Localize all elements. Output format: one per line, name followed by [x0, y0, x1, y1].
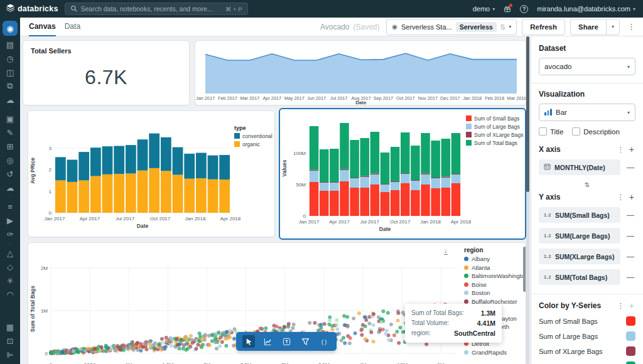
text-box-tool-icon[interactable]: T	[280, 335, 293, 348]
filter-tool-icon[interactable]	[299, 335, 311, 348]
legend-item-atlanta[interactable]: Atlanta	[464, 264, 526, 272]
x-axis-add-button[interactable]: +	[628, 144, 635, 154]
checkbox-icon	[572, 127, 580, 136]
x-axis-options-button[interactable]: ⋮	[613, 146, 628, 154]
databricks-logo[interactable]: databricks	[0, 4, 65, 14]
share-dropdown-button[interactable]: ▾	[606, 19, 619, 35]
area-chart-card[interactable]: Jan 2017Feb 2017Mar 2017Apr 2017May 2017…	[195, 40, 526, 105]
title-checkbox[interactable]: Title	[539, 127, 563, 136]
tab-data[interactable]: Data	[65, 18, 80, 36]
cursor-tool-icon[interactable]	[242, 335, 255, 348]
svg-text:100M: 100M	[293, 151, 306, 156]
x-axis-field-chip[interactable]: MONTHLY(Date)	[539, 159, 620, 175]
legend-item-boston[interactable]: Boston	[464, 289, 526, 297]
color-swatch[interactable]	[626, 346, 635, 356]
bags-bar-chart-card-selected[interactable]: 050M100MJan 2017Apr 2017Jul 2017Oct 2017…	[279, 108, 526, 240]
databricks-logo-icon	[6, 4, 14, 14]
tooltip-row: Sum of Total Bags:1.3M	[411, 308, 495, 318]
more-options-button[interactable]: ⋮	[625, 22, 638, 31]
refresh-button[interactable]: Refresh	[522, 19, 565, 35]
sidebar-divider: ·	[9, 107, 11, 112]
svg-text:Apr 2018: Apr 2018	[220, 216, 241, 222]
legend-item-boise[interactable]: Boise	[464, 281, 526, 289]
sidebar-dev-tools-icon[interactable]: ✑	[3, 227, 18, 241]
sidebar-recents-icon[interactable]: ◷	[3, 51, 18, 65]
whats-new-icon[interactable]	[504, 5, 511, 13]
code-tool-icon[interactable]: ( )	[318, 335, 330, 348]
legend-item-baltimorewashington[interactable]: BaltimoreWashington	[464, 272, 526, 281]
scatter-chart-card[interactable]: 0500K1M1.5M2M2.5M3M3.5M4M4.5M5M01M2MSum …	[28, 242, 526, 364]
sidebar-serving-icon[interactable]: ✳	[3, 274, 18, 287]
sidebar-compute-icon[interactable]: ☁	[3, 93, 18, 107]
line-chart-tool-icon[interactable]	[261, 335, 274, 348]
remove-field-button[interactable]: —	[625, 252, 635, 261]
brand-wordmark: databricks	[18, 4, 58, 13]
sidebar-query-history-icon[interactable]: ↺	[3, 167, 18, 181]
serverless-status-selector[interactable]: ◉ Serverless Sta... Serverless S ▾	[386, 19, 517, 35]
sidebar-notebooks-icon[interactable]: ✎	[3, 126, 18, 139]
sidebar-collapse-sidebar-icon[interactable]: ⊫	[3, 348, 18, 361]
y-axis-field-chip[interactable]: 1.2SUM(Large Bags)	[539, 228, 620, 244]
y-axis-field-chip[interactable]: 1.2SUM(Total Bags)	[539, 269, 620, 285]
sidebar-alerts-icon[interactable]: ◎	[3, 153, 18, 167]
numeric-type-icon: 1.2	[544, 233, 551, 238]
y-axis-field-chip[interactable]: 1.2SUM(Small Bags)	[539, 207, 620, 223]
share-button-group[interactable]: Share ▾	[570, 19, 620, 35]
area-chart: Jan 2017Feb 2017Mar 2017Apr 2017May 2017…	[195, 41, 526, 105]
color-options-button[interactable]: ⋮	[613, 302, 628, 310]
y-axis-field-chip[interactable]: 1.2SUM(XLarge Bags)	[539, 249, 620, 264]
sidebar-workflows-icon[interactable]: ⧉	[3, 79, 18, 93]
svg-text:Jul 2017: Jul 2017	[116, 216, 135, 222]
sidebar-storage-icon[interactable]: ▦	[3, 320, 18, 334]
sidebar-feature-store-icon[interactable]: ◠	[3, 287, 18, 301]
counter-card[interactable]: Total Sellers 6.7K	[23, 40, 190, 105]
y-axis-options-button[interactable]: ⋮	[613, 193, 628, 201]
svg-text:1: 1	[49, 189, 52, 195]
svg-text:Jan 2018: Jan 2018	[185, 216, 206, 222]
svg-text:type: type	[234, 125, 246, 131]
color-series-row: Sum of Large Bags	[539, 331, 635, 341]
swap-axes-icon[interactable]: ⇅	[539, 181, 635, 188]
dataset-select[interactable]: avocado▾	[539, 58, 635, 75]
sidebar-dashboards-icon[interactable]: ▣	[3, 112, 18, 126]
y-axis-add-button[interactable]: +	[628, 192, 635, 202]
workspace-switcher[interactable]: demo▾	[473, 5, 495, 13]
sidebar-marketplace-icon[interactable]: ⊞	[3, 139, 18, 153]
svg-text:T: T	[285, 339, 288, 345]
share-button[interactable]: Share	[571, 19, 606, 35]
color-swatch[interactable]	[626, 361, 635, 364]
download-icon[interactable]: ↓	[444, 247, 448, 255]
legend-dot	[464, 299, 468, 304]
remove-field-button[interactable]: —	[625, 163, 635, 172]
sidebar-models-icon[interactable]: ◇	[3, 260, 18, 274]
color-series-row: Sum of Small Bags	[539, 316, 635, 326]
svg-text:Sum of Total Bags: Sum of Total Bags	[30, 286, 36, 332]
sidebar-queries-icon[interactable]: ≡	[3, 200, 18, 213]
legend-item-albany[interactable]: Albany	[464, 255, 526, 264]
top-navigation-bar: databricks Search data, notebooks, recen…	[0, 0, 643, 18]
avg-price-bar-chart-card[interactable]: 0123Jan 2017Apr 2017Jul 2017Oct 2017Jan …	[28, 110, 275, 237]
sidebar-new-button[interactable]: ◉	[3, 21, 18, 36]
tab-canvas[interactable]: Canvas	[29, 18, 56, 36]
canvas-scrollbar[interactable]	[526, 36, 529, 364]
svg-text:0: 0	[303, 213, 306, 219]
global-search-input[interactable]: Search data, notebooks, recents, and mor…	[65, 3, 248, 15]
color-swatch[interactable]	[626, 316, 635, 326]
legend-item-grandrapids[interactable]: GrandRapids	[464, 348, 526, 357]
sidebar-partner-connect-icon[interactable]: ⊡	[3, 334, 18, 348]
visualization-select[interactable]: Bar▾	[539, 104, 635, 121]
help-icon[interactable]: ?	[520, 5, 528, 13]
user-menu[interactable]: miranda.luna@databricks.com▾	[537, 5, 635, 13]
remove-field-button[interactable]: —	[625, 211, 635, 220]
svg-text:1M: 1M	[41, 308, 48, 314]
color-swatch[interactable]	[626, 331, 635, 341]
remove-field-button[interactable]: —	[625, 232, 635, 240]
color-add-button[interactable]: +	[628, 301, 635, 311]
sidebar-experiments-icon[interactable]: △	[3, 246, 18, 260]
sidebar-data-ingestion-icon[interactable]: ☁	[3, 181, 18, 195]
sidebar-workspace-icon[interactable]: ▤	[3, 38, 18, 51]
sidebar-catalog-icon[interactable]: ◫	[3, 65, 18, 79]
description-checkbox[interactable]: Description	[572, 127, 620, 136]
remove-field-button[interactable]: —	[625, 273, 635, 282]
sidebar-jobs-icon[interactable]: ▶	[3, 213, 18, 227]
